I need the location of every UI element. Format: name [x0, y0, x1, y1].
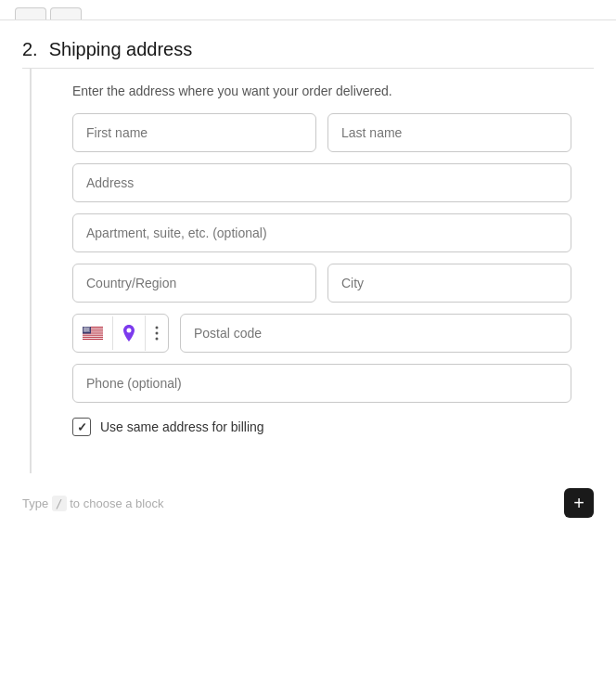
svg-point-32 — [85, 331, 86, 332]
svg-point-9 — [84, 328, 85, 329]
first-name-input[interactable] — [72, 113, 316, 152]
svg-point-11 — [86, 328, 87, 329]
city-input[interactable] — [327, 264, 571, 303]
block-hint-row: Type / to choose a block + — [0, 481, 616, 525]
block-hint-text: Type / to choose a block — [22, 496, 163, 510]
page-container: 2. Shipping address Enter the address wh… — [0, 0, 616, 562]
flag-button[interactable] — [73, 316, 113, 350]
address-input[interactable] — [72, 163, 571, 202]
svg-point-34 — [88, 331, 89, 332]
svg-point-22 — [86, 329, 87, 330]
svg-point-21 — [85, 329, 86, 330]
billing-checkbox-row: ✓ Use same address for billing — [72, 418, 571, 436]
apartment-field — [72, 213, 571, 252]
svg-point-28 — [87, 330, 88, 331]
country-input[interactable] — [72, 264, 316, 303]
top-tabs — [0, 0, 616, 20]
tab-1[interactable] — [15, 7, 46, 19]
city-field — [327, 264, 571, 303]
first-name-field — [72, 113, 316, 152]
more-options-button[interactable] — [146, 316, 168, 350]
phone-input[interactable] — [72, 364, 571, 403]
svg-point-15 — [85, 329, 86, 329]
address-row — [72, 163, 571, 202]
flag-us-icon — [83, 326, 103, 341]
location-pin-icon — [122, 325, 135, 342]
block-hint-slash: / — [52, 496, 67, 511]
svg-point-20 — [84, 329, 85, 330]
phone-row — [72, 364, 571, 403]
svg-point-24 — [89, 329, 90, 330]
svg-point-36 — [156, 327, 159, 329]
section-number: 2. — [22, 39, 38, 60]
checkmark-icon: ✓ — [77, 420, 87, 434]
svg-point-17 — [87, 329, 88, 329]
add-block-button[interactable]: + — [564, 488, 594, 518]
last-name-field — [327, 113, 571, 152]
location-pin-button[interactable] — [113, 316, 146, 351]
svg-point-26 — [85, 330, 86, 331]
svg-point-8 — [83, 328, 84, 329]
address-field — [72, 163, 571, 202]
svg-point-25 — [83, 330, 84, 331]
apartment-row — [72, 213, 571, 252]
svg-point-14 — [83, 329, 84, 329]
apartment-input[interactable] — [72, 213, 571, 252]
section-title: Shipping address — [49, 39, 193, 60]
svg-point-16 — [86, 329, 87, 329]
section-description: Enter the address where you want your or… — [72, 84, 571, 98]
postal-field — [180, 314, 571, 353]
svg-point-13 — [89, 328, 90, 329]
svg-point-29 — [88, 330, 89, 331]
phone-field — [72, 364, 571, 403]
last-name-input[interactable] — [327, 113, 571, 152]
svg-point-27 — [86, 330, 87, 331]
svg-rect-4 — [83, 334, 103, 335]
svg-point-38 — [156, 338, 159, 341]
section-body: Enter the address where you want your or… — [30, 69, 594, 473]
billing-checkbox-label: Use same address for billing — [100, 419, 264, 434]
svg-rect-6 — [83, 338, 103, 339]
more-options-icon — [155, 326, 159, 341]
postal-input[interactable] — [180, 314, 571, 353]
svg-point-37 — [156, 332, 159, 335]
phone-postal-row — [72, 314, 571, 353]
phone-prefix-container — [72, 314, 169, 353]
country-field — [72, 264, 316, 303]
name-row — [72, 113, 571, 152]
tab-2[interactable] — [50, 7, 82, 19]
svg-point-19 — [83, 329, 84, 330]
svg-point-12 — [88, 328, 89, 329]
svg-point-18 — [88, 329, 89, 329]
svg-point-33 — [86, 331, 87, 332]
svg-point-23 — [88, 329, 89, 330]
billing-checkbox[interactable]: ✓ — [72, 418, 91, 436]
svg-point-31 — [84, 331, 85, 332]
section-header: 2. Shipping address — [0, 20, 616, 68]
svg-point-10 — [85, 328, 86, 329]
svg-point-30 — [83, 331, 84, 332]
country-city-row — [72, 264, 571, 303]
svg-rect-5 — [83, 336, 103, 337]
svg-point-35 — [89, 331, 90, 332]
